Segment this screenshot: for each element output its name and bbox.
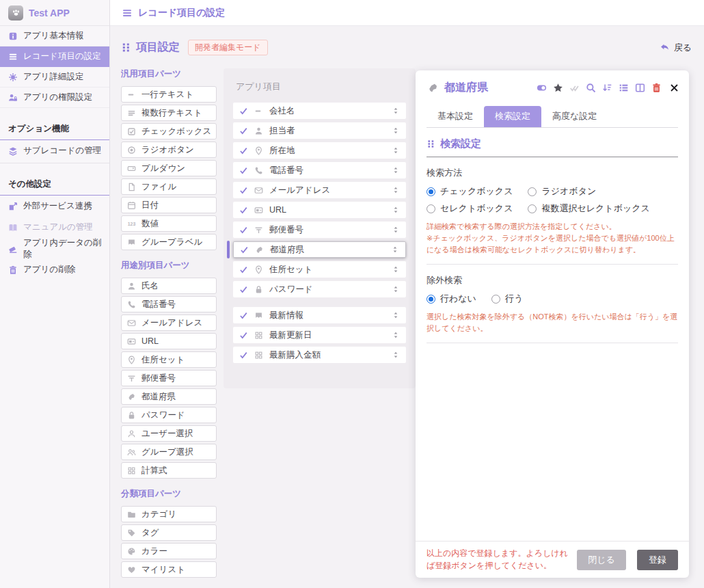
palette-item[interactable]: 複数行テキスト <box>121 105 217 121</box>
palette-item[interactable]: 氏名 <box>121 278 217 294</box>
prefecture-map-icon <box>427 82 439 94</box>
palette-item[interactable]: 一行テキスト <box>121 86 217 103</box>
palette-item[interactable]: プルダウン <box>121 160 217 176</box>
sidebar-item[interactable]: 外部サービス連携 <box>0 196 109 217</box>
app-item-row[interactable]: 会社名 <box>233 103 406 119</box>
close-button[interactable]: 閉じる <box>577 550 626 570</box>
palette-item[interactable]: 郵便番号 <box>121 370 217 386</box>
close-icon[interactable] <box>669 83 679 93</box>
sidebar-item[interactable]: アプリ内データの削除 <box>0 238 109 259</box>
palette-item[interactable]: パスワード <box>121 407 217 423</box>
palette-item[interactable]: 日付 <box>121 197 217 213</box>
reorder-handle-icon[interactable] <box>392 351 400 359</box>
star-icon[interactable] <box>553 83 563 93</box>
palette-item[interactable]: ファイル <box>121 178 217 195</box>
app-logo-row[interactable]: Test APP <box>0 0 109 26</box>
palette-item[interactable]: カラー <box>121 543 217 559</box>
radio-checked-icon[interactable] <box>427 187 435 196</box>
submit-button[interactable]: 登録 <box>637 550 678 570</box>
app-item-row[interactable]: 都道府県 <box>233 241 406 258</box>
reorder-handle-icon[interactable] <box>392 146 400 155</box>
app-item-label: 電話番号 <box>269 165 303 176</box>
app-item-row[interactable]: パスワード <box>233 281 406 297</box>
app-item-row[interactable]: 住所セット <box>233 261 406 278</box>
radio-option-label: ラジオボタン <box>541 185 596 198</box>
check-icon <box>239 186 248 195</box>
app-item-row[interactable]: 最新情報 <box>233 307 406 323</box>
sidebar-item[interactable]: アプリ基本情報 <box>0 26 109 46</box>
palette-item[interactable]: チェックボックス <box>121 123 217 139</box>
palette-item[interactable]: 電話番号 <box>121 296 217 312</box>
reorder-handle-icon[interactable] <box>392 311 400 319</box>
palette-item[interactable]: 都道府県 <box>121 388 217 405</box>
list-view-icon[interactable] <box>619 83 629 93</box>
app-item-row[interactable]: 最新更新日 <box>233 327 406 343</box>
palette-item[interactable]: グループ選択 <box>121 444 217 460</box>
book-icon <box>8 223 18 232</box>
sidebar-item[interactable]: アプリの権限設定 <box>0 88 109 108</box>
sidebar-group: その他設定外部サービス連携マニュアルの管理アプリ内データの削除アプリの削除 <box>0 174 109 280</box>
radio-option-label: チェックボックス <box>440 185 513 198</box>
radio-unchecked-icon[interactable] <box>528 204 537 213</box>
palette-item[interactable]: ラジオボタン <box>121 142 217 158</box>
app-item-row[interactable]: URL <box>233 202 406 218</box>
double-check-icon[interactable] <box>569 83 580 93</box>
sort-icon[interactable] <box>602 83 612 93</box>
radio-option[interactable]: セレクトボックス <box>427 202 513 215</box>
reorder-handle-icon[interactable] <box>391 245 399 254</box>
reorder-handle-icon[interactable] <box>392 285 400 293</box>
sidebar-item-label: マニュアルの管理 <box>23 222 93 233</box>
delete-icon[interactable] <box>651 83 662 93</box>
app-item-row[interactable]: 郵便番号 <box>233 222 406 238</box>
palette-item[interactable]: タグ <box>121 524 217 541</box>
reorder-handle-icon[interactable] <box>392 166 400 174</box>
reorder-handle-icon[interactable] <box>392 206 400 214</box>
reorder-handle-icon[interactable] <box>392 226 400 234</box>
reorder-handle-icon[interactable] <box>392 107 400 115</box>
visibility-toggle-icon[interactable] <box>537 83 547 93</box>
radio-checked-icon[interactable] <box>427 295 435 304</box>
reorder-handle-icon[interactable] <box>392 265 400 273</box>
palette-item[interactable]: カテゴリ <box>121 506 217 522</box>
columns-icon[interactable] <box>635 83 645 93</box>
palette-item[interactable]: 住所セット <box>121 351 217 368</box>
reorder-handle-icon[interactable] <box>392 186 400 194</box>
app-item-label: 郵便番号 <box>269 224 303 236</box>
palette-item[interactable]: メールアドレス <box>121 315 217 331</box>
tab-高度な設定[interactable]: 高度な設定 <box>541 106 608 127</box>
radio-option[interactable]: ラジオボタン <box>528 185 596 198</box>
radio-unchecked-icon[interactable] <box>427 204 435 213</box>
palette-item[interactable]: ユーザー選択 <box>121 425 217 442</box>
palette-item[interactable]: マイリスト <box>121 561 217 578</box>
sidebar-item[interactable]: マニュアルの管理 <box>0 217 109 238</box>
sidebar-item[interactable]: レコード項目の設定 <box>0 46 109 67</box>
mail-icon <box>254 186 263 195</box>
sidebar-item[interactable]: アプリの削除 <box>0 259 109 280</box>
reorder-handle-icon[interactable] <box>392 126 400 135</box>
radio-option[interactable]: 行う <box>491 293 523 305</box>
reorder-handle-icon[interactable] <box>392 331 400 339</box>
sidebar-item[interactable]: サブレコードの管理 <box>0 140 109 161</box>
radio-option[interactable]: チェックボックス <box>427 185 513 198</box>
app-item-row[interactable]: 最新購入金額 <box>233 347 406 363</box>
radio-unchecked-icon[interactable] <box>491 295 500 304</box>
palette-item[interactable]: 123数値 <box>121 215 217 232</box>
app-item-row[interactable]: メールアドレス <box>233 182 406 198</box>
palette-item[interactable]: URL <box>121 333 217 349</box>
tab-基本設定[interactable]: 基本設定 <box>427 106 484 127</box>
radio-option[interactable]: 複数選択セレクトボックス <box>528 202 649 215</box>
radio-option[interactable]: 行わない <box>427 293 476 305</box>
back-button[interactable]: 戻る <box>660 42 692 54</box>
radio-unchecked-icon[interactable] <box>528 187 537 196</box>
palette-item[interactable]: グループラベル <box>121 234 217 250</box>
app-item-row[interactable]: 電話番号 <box>233 162 406 178</box>
search-icon[interactable] <box>586 83 596 93</box>
app-items-group: 最新情報最新更新日最新購入金額 <box>233 307 406 363</box>
sidebar-item[interactable]: アプリ詳細設定 <box>0 67 109 88</box>
tab-検索設定[interactable]: 検索設定 <box>484 106 541 127</box>
group-label-icon <box>254 311 263 320</box>
palette-item-label: 複数行テキスト <box>141 107 202 119</box>
app-item-row[interactable]: 担当者 <box>233 122 406 139</box>
app-item-row[interactable]: 所在地 <box>233 142 406 159</box>
palette-item[interactable]: 計算式 <box>121 462 217 479</box>
